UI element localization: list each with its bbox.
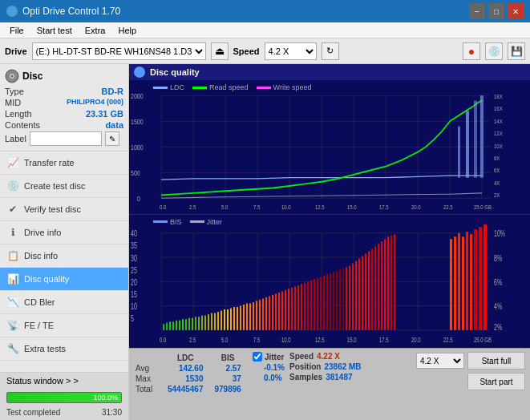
disc-type-row: Type BD-R [5, 87, 123, 96]
nav-item-fe-te[interactable]: 📡 FE / TE [0, 314, 128, 337]
upper-chart-svg: 2000 1500 1000 500 0 18X 16X 14X 12X 10X… [129, 80, 530, 214]
nav-label-verify-test-disc: Verify test disc [24, 204, 81, 214]
svg-text:15.0: 15.0 [347, 204, 357, 211]
svg-text:15: 15 [131, 289, 137, 299]
svg-rect-148 [349, 265, 350, 329]
start-full-button[interactable]: Start full [467, 352, 525, 370]
avg-row: Avg 142.60 2.57 [136, 364, 246, 373]
start-part-button[interactable]: Start part [467, 373, 525, 390]
jitter-header: Jitter [253, 352, 285, 361]
close-button[interactable]: ✕ [508, 3, 524, 19]
samples-row: Samples 381487 [289, 373, 362, 382]
svg-rect-94 [176, 320, 177, 329]
maximize-button[interactable]: □ [488, 3, 504, 19]
svg-rect-147 [346, 267, 347, 330]
titlebar: Opti Drive Control 1.70 − □ ✕ [0, 0, 530, 22]
svg-rect-125 [275, 293, 277, 329]
drive-select[interactable]: (E:) HL-DT-ST BD-RE WH16NS48 1.D3 [32, 42, 206, 60]
avg-ldc: 142.60 [163, 364, 208, 373]
jitter-label: Jitter [265, 353, 284, 361]
menu-extra[interactable]: Extra [79, 25, 112, 36]
speed-key: Speed [289, 352, 314, 361]
jitter-checkbox[interactable] [253, 352, 262, 361]
status-window-header[interactable]: Status window > > [0, 373, 128, 389]
svg-rect-111 [230, 308, 232, 329]
eject-button[interactable]: ⏏ [211, 42, 229, 60]
svg-text:7.5: 7.5 [253, 335, 260, 344]
max-bis: 37 [210, 374, 246, 383]
transfer-rate-icon: 📈 [6, 156, 19, 169]
svg-text:500: 500 [131, 169, 140, 177]
svg-point-2 [11, 75, 14, 78]
disc-icon-btn[interactable]: 💿 [485, 42, 503, 60]
nav-item-disc-quality[interactable]: 📊 Disc quality [0, 268, 128, 291]
nav-item-extra-tests[interactable]: 🔧 Extra tests [0, 337, 128, 361]
disc-mid-key: MID [5, 98, 21, 107]
svg-rect-96 [182, 319, 184, 330]
drive-label: Drive [5, 46, 27, 56]
nav-label-transfer-rate: Transfer rate [24, 158, 75, 168]
panel-title: Disc quality [150, 67, 200, 77]
svg-text:12.5: 12.5 [315, 204, 325, 211]
svg-text:22.5: 22.5 [443, 204, 453, 211]
status-window-label: Status window > > [6, 376, 79, 386]
svg-text:6X: 6X [494, 168, 500, 174]
svg-rect-162 [394, 234, 395, 330]
status-bar-area: 100.0% [0, 389, 128, 406]
nav-item-transfer-rate[interactable]: 📈 Transfer rate [0, 151, 128, 175]
start-full-row: 4.2 X Start full [416, 352, 525, 370]
menu-start-test[interactable]: Start test [30, 25, 79, 36]
svg-rect-158 [381, 241, 382, 329]
refresh-button[interactable]: ↻ [322, 42, 339, 60]
app-title: Opti Drive Control 1.70 [22, 6, 120, 17]
bis-label: BIS [170, 218, 182, 226]
svg-text:20.0: 20.0 [411, 335, 421, 344]
action-speed-select[interactable]: 4.2 X [416, 353, 464, 369]
svg-rect-93 [172, 321, 174, 330]
svg-text:20: 20 [131, 277, 137, 287]
total-row: Total 54445467 979896 [136, 385, 246, 394]
nav-item-disc-info[interactable]: 📋 Disc info [0, 244, 128, 268]
disc-contents-val: data [105, 120, 123, 130]
burn-icon-btn[interactable]: ● [463, 42, 480, 60]
svg-rect-97 [185, 319, 187, 330]
speed-select[interactable]: 4.2 X [265, 42, 317, 60]
action-buttons-section: 4.2 X Start full Start part [416, 352, 525, 390]
create-test-disc-icon: 💿 [6, 180, 19, 192]
svg-text:5.0: 5.0 [221, 204, 228, 211]
nav-item-cd-bler[interactable]: 📉 CD Bler [0, 291, 128, 314]
disc-label-button[interactable]: ✎ [105, 131, 119, 146]
lower-chart: BIS Jitter [129, 215, 530, 349]
disc-label-row: Label ✎ [5, 131, 123, 146]
col-header-ldc: LDC [163, 353, 208, 362]
write-label: Write speed [273, 83, 312, 91]
svg-rect-115 [243, 305, 245, 330]
nav-item-verify-test-disc[interactable]: ✔ Verify test disc [0, 198, 128, 221]
svg-rect-157 [378, 244, 379, 329]
disc-section: Disc Type BD-R MID PHILIPRO4 (000) Lengt… [0, 64, 128, 151]
read-label: Read speed [209, 83, 249, 91]
nav-item-drive-info[interactable]: ℹ Drive info [0, 221, 128, 244]
menu-file[interactable]: File [3, 25, 30, 36]
jitter-label-legend: Jitter [207, 218, 223, 226]
svg-rect-168 [470, 234, 472, 330]
svg-rect-129 [288, 289, 289, 329]
menubar: File Start test Extra Help [0, 22, 530, 38]
svg-text:1500: 1500 [131, 118, 144, 126]
panel-icon [134, 67, 145, 78]
svg-text:25.0 GB: 25.0 GB [474, 204, 492, 211]
nav-item-create-test-disc[interactable]: 💿 Create test disc [0, 175, 128, 198]
svg-rect-99 [192, 317, 193, 329]
cd-bler-icon: 📉 [6, 296, 19, 309]
svg-rect-109 [224, 309, 225, 330]
disc-label-input[interactable] [30, 131, 102, 146]
svg-text:0: 0 [137, 195, 140, 203]
svg-text:17.5: 17.5 [379, 335, 389, 344]
minimize-button[interactable]: − [469, 3, 485, 19]
save-button[interactable]: 💾 [508, 42, 525, 60]
col-header-bis: BIS [210, 353, 246, 362]
disc-length-val: 23.31 GB [86, 109, 123, 119]
status-time-text: 31:30 [102, 408, 122, 417]
menu-help[interactable]: Help [111, 25, 143, 36]
svg-rect-159 [384, 239, 386, 330]
